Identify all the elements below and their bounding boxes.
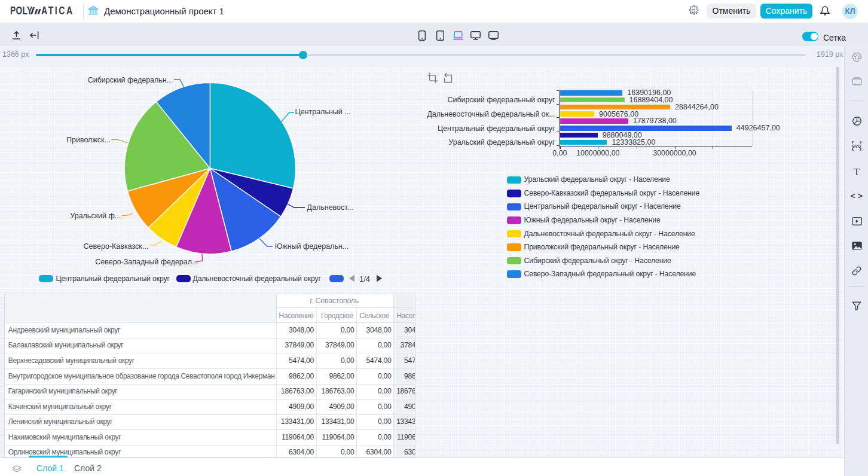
svg-text:SVG: SVG	[852, 144, 861, 149]
